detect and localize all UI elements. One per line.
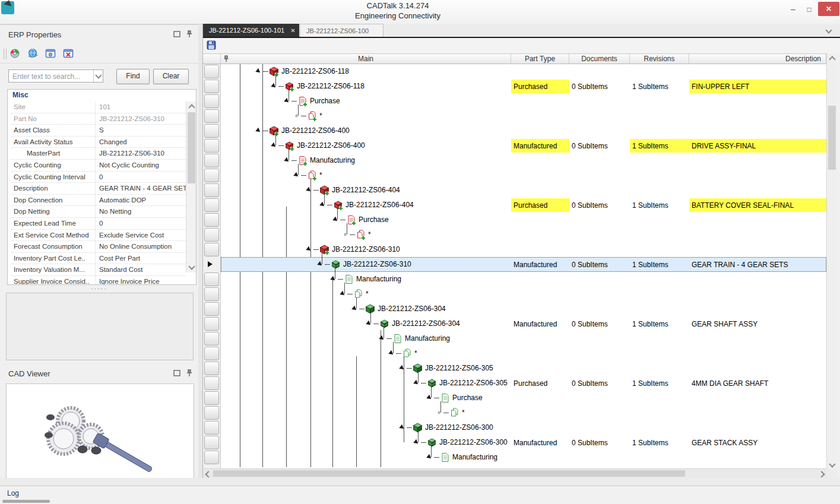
documents-cell[interactable]: 0 SubItems bbox=[569, 376, 630, 390]
row-indicator[interactable] bbox=[204, 406, 219, 420]
minimize-button[interactable]: – bbox=[787, 4, 800, 15]
collapse-icon[interactable] bbox=[284, 157, 290, 164]
collapse-icon[interactable] bbox=[388, 350, 394, 357]
property-row[interactable]: Inventory Part Cost Le..Cost Per Part bbox=[11, 253, 186, 265]
collapse-icon[interactable] bbox=[351, 306, 357, 312]
panel-pin-icon[interactable] bbox=[186, 30, 195, 39]
row-indicator[interactable] bbox=[204, 287, 219, 301]
property-row[interactable]: Cyclic Counting Interval0 bbox=[11, 172, 186, 183]
collapse-icon[interactable] bbox=[340, 291, 345, 297]
expand-icon[interactable] bbox=[436, 410, 442, 416]
property-row[interactable]: Part NoJB-221212-ZS06-310 bbox=[11, 113, 186, 125]
collapse-icon[interactable] bbox=[426, 454, 432, 461]
property-value[interactable]: Not Cyclic Counting bbox=[95, 160, 189, 171]
save-icon[interactable] bbox=[207, 40, 216, 52]
panel-maximize-icon[interactable] bbox=[173, 370, 183, 378]
tree-node-label[interactable]: JB-221212-ZS06-310 bbox=[343, 257, 411, 272]
collapse-icon[interactable] bbox=[255, 68, 261, 75]
property-value[interactable]: Cost Per Part bbox=[95, 253, 189, 264]
row-indicator[interactable] bbox=[204, 124, 219, 138]
collapse-icon[interactable] bbox=[413, 439, 419, 446]
scroll-thumb[interactable] bbox=[188, 112, 195, 183]
tree-node-label[interactable]: * bbox=[319, 109, 322, 123]
tree-node-label[interactable]: Manufacturing bbox=[356, 272, 401, 287]
documents-cell[interactable]: 0 SubItems bbox=[569, 139, 630, 153]
property-row[interactable]: Asset ClassS bbox=[11, 125, 186, 137]
description-cell[interactable]: GEAR STACK ASSY bbox=[689, 436, 826, 449]
row-indicator[interactable] bbox=[204, 139, 219, 153]
collapse-icon[interactable] bbox=[255, 128, 261, 134]
panel-pin-icon[interactable] bbox=[186, 369, 195, 378]
row-indicator[interactable] bbox=[204, 80, 219, 93]
scroll-thumb[interactable] bbox=[828, 106, 836, 170]
property-value[interactable]: 0 bbox=[95, 172, 189, 183]
tree-node-label[interactable]: JB-221212-ZS06-404 bbox=[345, 198, 414, 213]
row-indicator[interactable] bbox=[204, 302, 219, 316]
property-value[interactable]: Standard Cost bbox=[95, 264, 189, 275]
tab-active-document[interactable]: JB-221212-ZS06-100-101✕ bbox=[203, 24, 299, 37]
row-indicator[interactable] bbox=[204, 376, 219, 390]
row-indicator[interactable] bbox=[204, 391, 219, 405]
tree-node-label[interactable]: JB-221212-ZS06-304 bbox=[392, 316, 460, 331]
collapse-icon[interactable] bbox=[399, 365, 405, 372]
panel-maximize-icon[interactable] bbox=[173, 31, 183, 39]
tab-close-icon[interactable]: ✕ bbox=[290, 27, 295, 34]
row-indicator[interactable] bbox=[204, 451, 219, 464]
tree-node-label[interactable]: JB-221212-ZS06-118 bbox=[297, 79, 364, 94]
collapse-icon[interactable] bbox=[413, 380, 419, 386]
revisions-cell[interactable]: 1 SubItems bbox=[630, 198, 689, 212]
tree-node-label[interactable]: Manufacturing bbox=[310, 153, 355, 168]
revisions-cell[interactable]: 1 SubItems bbox=[630, 376, 689, 390]
property-group-header[interactable]: Misc bbox=[12, 91, 28, 99]
part-type-cell[interactable]: Manufactured bbox=[511, 317, 569, 331]
part-type-cell[interactable]: Manufactured bbox=[511, 258, 569, 271]
collapse-icon[interactable] bbox=[306, 187, 312, 194]
tree-node-label[interactable]: * bbox=[462, 405, 465, 420]
tree-node-label[interactable]: JB-221212-ZS06-304 bbox=[378, 302, 446, 316]
row-indicator[interactable] bbox=[204, 65, 219, 78]
close-button[interactable]: ✕ bbox=[818, 2, 839, 16]
column-header-revisions[interactable]: Revisions bbox=[630, 54, 689, 64]
revisions-cell[interactable]: 1 SubItems bbox=[630, 139, 689, 153]
collapse-icon[interactable] bbox=[332, 217, 338, 223]
property-row[interactable]: MasterPartJB-221212-ZS06-310 bbox=[11, 148, 186, 160]
collapse-icon[interactable] bbox=[271, 83, 277, 90]
row-indicator[interactable] bbox=[204, 154, 219, 167]
tree-node-label[interactable]: Purchase bbox=[452, 391, 483, 405]
row-indicator[interactable] bbox=[204, 183, 219, 197]
description-cell[interactable]: BATTERY COVER SEAL-FINAL bbox=[689, 198, 826, 212]
tree-node-label[interactable]: JB-221212-ZS06-300 bbox=[439, 435, 508, 450]
row-indicator[interactable] bbox=[204, 94, 219, 108]
search-dropdown-icon[interactable] bbox=[93, 70, 103, 82]
part-type-cell[interactable]: Manufactured bbox=[511, 436, 569, 449]
property-value[interactable]: Ignore Invoice Price bbox=[95, 276, 189, 285]
tree-node-label[interactable]: Purchase bbox=[310, 94, 340, 109]
window-settings-icon[interactable] bbox=[45, 48, 56, 59]
tree-node-label[interactable]: * bbox=[366, 287, 369, 302]
tree-node-label[interactable]: * bbox=[319, 168, 322, 183]
collapse-icon[interactable] bbox=[366, 321, 372, 327]
row-indicator[interactable] bbox=[204, 213, 219, 227]
part-type-cell[interactable]: Purchased bbox=[511, 198, 569, 212]
log-panel-bar[interactable]: Log bbox=[0, 486, 840, 504]
tree-horizontal-scrollbar[interactable] bbox=[203, 468, 826, 478]
column-header-part-type[interactable]: Part Type bbox=[511, 54, 569, 64]
clear-button[interactable]: Clear bbox=[153, 69, 189, 84]
row-indicator[interactable] bbox=[204, 243, 219, 256]
scroll-right-icon[interactable] bbox=[818, 471, 825, 477]
vertical-splitter[interactable] bbox=[198, 24, 202, 478]
documents-cell[interactable]: 0 SubItems bbox=[569, 198, 630, 212]
property-value[interactable]: No Online Consumption bbox=[95, 241, 189, 252]
tree-node-label[interactable]: Manufacturing bbox=[452, 450, 497, 465]
column-header-indicator[interactable] bbox=[203, 54, 221, 64]
tree-vertical-scrollbar[interactable] bbox=[826, 53, 837, 468]
property-value[interactable]: Changed bbox=[95, 137, 189, 148]
property-value[interactable]: No Netting bbox=[95, 206, 189, 217]
revisions-cell[interactable]: 1 SubItems bbox=[630, 317, 689, 331]
documents-cell[interactable]: 0 SubItems bbox=[569, 317, 630, 331]
row-indicator[interactable] bbox=[204, 436, 219, 449]
revisions-cell[interactable]: 1 SubItems bbox=[630, 80, 689, 93]
panel-splitter-handle[interactable]: ····· bbox=[0, 286, 198, 292]
property-value[interactable]: GEAR TRAIN - 4 GEAR SETS bbox=[95, 183, 189, 194]
row-indicator[interactable] bbox=[204, 317, 219, 331]
